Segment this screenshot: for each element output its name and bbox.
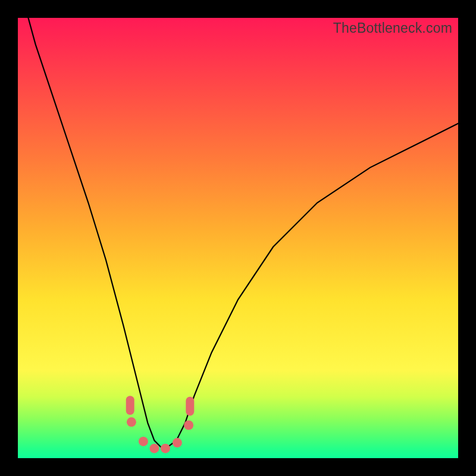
marker-pill <box>186 397 194 416</box>
marker-dot <box>173 438 182 447</box>
marker-dot <box>127 417 136 427</box>
marker-pill <box>126 396 134 415</box>
chart-frame: TheBottleneck.com <box>0 0 476 476</box>
bottleneck-curve <box>22 18 458 447</box>
plot-area: TheBottleneck.com <box>18 18 458 458</box>
marker-dot <box>149 444 159 453</box>
chart-svg <box>18 18 458 458</box>
marker-dot <box>161 444 170 453</box>
marker-dot <box>139 437 148 446</box>
marker-dot <box>184 421 193 430</box>
